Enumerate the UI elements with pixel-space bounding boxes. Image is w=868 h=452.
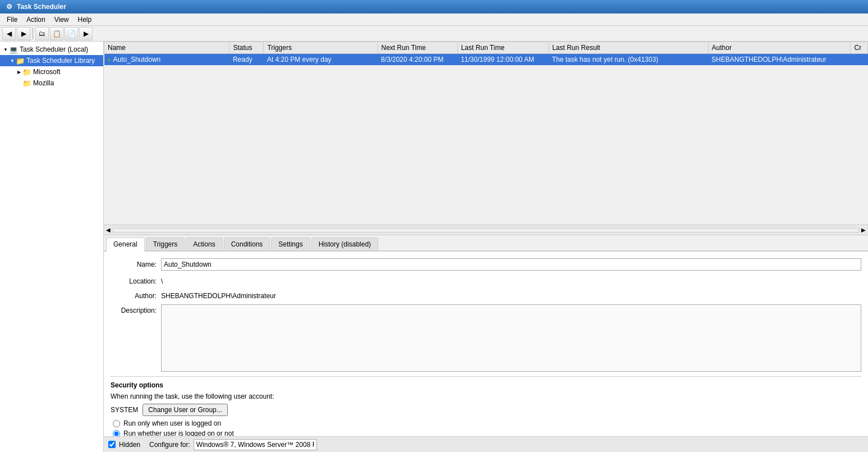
menu-help[interactable]: Help [74, 15, 97, 25]
tab-general[interactable]: General [106, 238, 145, 252]
menu-action[interactable]: Action [22, 15, 49, 25]
cell-next-run: 8/3/2020 4:20:00 PM [378, 54, 457, 66]
menu-file[interactable]: File [2, 15, 22, 25]
expand-icon-microsoft: ▶ [16, 69, 22, 75]
col-header-triggers[interactable]: Triggers [264, 42, 378, 54]
tree-label-local: Task Scheduler (Local) [20, 45, 88, 53]
toolbar-list-btn[interactable]: 📋 [50, 27, 63, 40]
menu-bar: File Action View Help [0, 13, 868, 26]
security-user-account-row: SYSTEM Change User or Group... [111, 404, 861, 416]
table-row[interactable]: ● Auto_Shutdown Ready At 4:20 PM every d… [104, 54, 868, 66]
tree-item-local[interactable]: ▼ 💻 Task Scheduler (Local) [0, 44, 103, 55]
tab-triggers[interactable]: Triggers [146, 238, 185, 250]
folder-icon-local: 💻 [9, 45, 18, 54]
cell-last-run: 11/30/1999 12:00:00 AM [457, 54, 549, 66]
form-row-location: Location: \ [111, 275, 861, 285]
form-label-description: Description: [111, 304, 161, 314]
tree-label-library: Task Scheduler Library [26, 57, 95, 65]
radio-row-1: Run only when user is logged on [111, 419, 861, 427]
tab-settings[interactable]: Settings [271, 238, 310, 250]
toolbar-edit-btn[interactable]: 📄 [65, 27, 78, 40]
form-row-author: Author: SHEBANGTHEDOLPH\Administrateur [111, 290, 861, 300]
tab-conditions[interactable]: Conditions [224, 238, 270, 250]
task-name-cell: ● Auto_Shutdown [108, 56, 226, 63]
security-user-label: When running the task, use the following… [111, 392, 274, 400]
folder-icon-microsoft: 📁 [22, 67, 31, 76]
col-header-name[interactable]: Name [104, 42, 229, 54]
toolbar-folder-btn[interactable]: 🗂 [35, 27, 49, 40]
main-container: ▼ 💻 Task Scheduler (Local) ▼ 📁 Task Sche… [0, 42, 868, 452]
form-row-description: Description: [111, 304, 861, 372]
change-user-btn[interactable]: Change User or Group... [143, 404, 227, 416]
tab-content-general: Name: Location: \ Author: SHEBANGTHEDOLP… [104, 252, 868, 436]
tree-label-microsoft: Microsoft [33, 68, 61, 76]
scroll-right-btn[interactable]: ▶ [859, 226, 868, 235]
radio-logged-on[interactable] [113, 420, 120, 427]
security-user-row: When running the task, use the following… [111, 392, 861, 400]
col-header-last-run[interactable]: Last Run Time [457, 42, 549, 54]
title-bar-text: Task Scheduler [17, 3, 66, 11]
tab-history[interactable]: History (disabled) [311, 238, 378, 250]
cell-triggers: At 4:20 PM every day [264, 54, 378, 66]
task-list-area: Name Status Triggers Next Run Time Last … [104, 42, 868, 235]
radio-label-1: Run only when user is logged on [123, 419, 221, 427]
hidden-item: Hidden [108, 441, 140, 449]
radio-row-2: Run whether user is logged on or not [111, 430, 861, 436]
toolbar-forward-btn[interactable]: ▶ [17, 27, 30, 40]
form-label-location: Location: [111, 275, 161, 285]
folder-icon-library: 📁 [16, 56, 25, 65]
security-title: Security options [111, 381, 861, 389]
form-value-location: \ [161, 275, 163, 285]
task-table-wrapper[interactable]: Name Status Triggers Next Run Time Last … [104, 42, 868, 225]
left-panel: ▼ 💻 Task Scheduler (Local) ▼ 📁 Task Sche… [0, 42, 104, 452]
configure-item: Configure for: [149, 439, 317, 450]
right-panel: Name Status Triggers Next Run Time Last … [104, 42, 868, 452]
menu-view[interactable]: View [50, 15, 74, 25]
horizontal-scroll[interactable]: ◀ ▶ [104, 225, 868, 235]
form-input-name[interactable] [161, 258, 861, 271]
radio-whether-logged[interactable] [113, 430, 120, 437]
col-header-last-result[interactable]: Last Run Result [549, 42, 708, 54]
tree-label-mozilla: Mozilla [33, 79, 54, 87]
radio-label-2: Run whether user is logged on or not [123, 430, 234, 436]
form-label-name: Name: [111, 258, 161, 268]
tree-item-library[interactable]: ▼ 📁 Task Scheduler Library [0, 55, 103, 66]
expand-icon-library: ▼ [9, 57, 16, 64]
form-value-author: SHEBANGTHEDOLPH\Administrateur [161, 290, 276, 300]
form-row-name: Name: [111, 258, 861, 271]
title-bar: ⚙ Task Scheduler [0, 0, 868, 13]
col-header-created[interactable]: Cr [851, 42, 868, 54]
cell-last-result: The task has not yet run. (0x41303) [549, 54, 708, 66]
col-header-next-run[interactable]: Next Run Time [378, 42, 457, 54]
expand-icon-local: ▼ [2, 46, 9, 53]
form-label-author: Author: [111, 290, 161, 300]
security-section: Security options When running the task, … [111, 376, 861, 436]
details-panel: General Triggers Actions Conditions Sett… [104, 235, 868, 452]
hidden-checkbox[interactable] [108, 441, 116, 448]
tree-item-microsoft[interactable]: ▶ 📁 Microsoft [0, 66, 103, 77]
tabs-bar: General Triggers Actions Conditions Sett… [104, 235, 868, 252]
configure-label: Configure for: [149, 441, 190, 449]
col-header-author[interactable]: Author [708, 42, 851, 54]
tab-actions[interactable]: Actions [186, 238, 222, 250]
bottom-bar: Hidden Configure for: [104, 436, 868, 452]
toolbar-run-btn[interactable]: ▶ [79, 27, 93, 40]
task-status-icon: ● [108, 57, 111, 63]
toolbar-back-btn[interactable]: ◀ [2, 27, 16, 40]
tree-item-mozilla[interactable]: ▶ 📁 Mozilla [0, 77, 103, 89]
task-name-value: Auto_Shutdown [113, 56, 161, 63]
scroll-left-btn[interactable]: ◀ [104, 226, 113, 235]
scroll-track[interactable] [113, 228, 859, 232]
cell-created [851, 54, 868, 66]
hidden-label: Hidden [119, 441, 140, 449]
toolbar: ◀ ▶ 🗂 📋 📄 ▶ [0, 26, 868, 42]
cell-author: SHEBANGTHEDOLPH\Administrateur [708, 54, 851, 66]
form-textarea-description[interactable] [161, 304, 861, 372]
title-bar-icon: ⚙ [4, 2, 13, 11]
security-user-account: SYSTEM [111, 406, 138, 414]
col-header-status[interactable]: Status [229, 42, 264, 54]
cell-status: Ready [229, 54, 264, 66]
configure-input[interactable] [194, 439, 317, 450]
task-table: Name Status Triggers Next Run Time Last … [104, 42, 868, 66]
folder-icon-mozilla: 📁 [22, 79, 31, 88]
